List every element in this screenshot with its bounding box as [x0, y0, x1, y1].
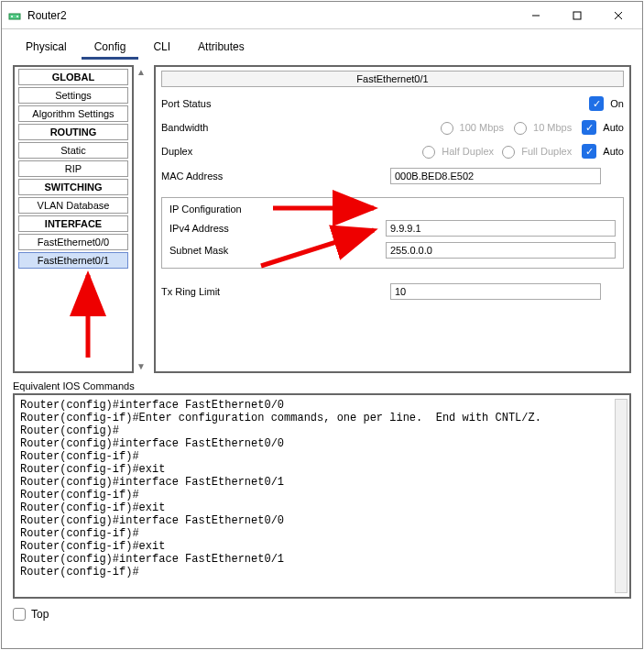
duplex-full-radio[interactable] — [502, 146, 515, 159]
detail-panel: FastEthernet0/1 Port Status ✓ On Bandwid… — [154, 65, 631, 373]
titlebar: Router2 — [2, 2, 642, 29]
bandwidth-100-label: 100 Mbps — [460, 122, 504, 133]
console-scrollbar[interactable] — [615, 399, 628, 593]
port-status-label: Port Status — [161, 98, 271, 109]
sidebar-scroll: ▲ ▼ — [134, 65, 148, 373]
svg-point-1 — [11, 16, 13, 17]
sidebar-item-rip[interactable]: RIP — [18, 160, 128, 177]
config-area: GLOBAL Settings Algorithm Settings ROUTI… — [13, 65, 631, 373]
duplex-label: Duplex — [161, 146, 271, 157]
subnet-mask-input[interactable] — [386, 242, 616, 259]
window-title: Router2 — [27, 9, 515, 22]
bandwidth-label: Bandwidth — [161, 122, 271, 133]
tx-ring-limit-label: Tx Ring Limit — [161, 286, 271, 297]
sidebar-item-vlan-db[interactable]: VLAN Database — [18, 197, 128, 214]
duplex-auto-checkbox[interactable]: ✓ — [582, 144, 596, 159]
svg-point-2 — [16, 16, 18, 17]
console-text: Router(config)#interface FastEthernet0/0… — [20, 399, 541, 578]
window-minimize-button[interactable] — [515, 3, 556, 28]
svg-rect-4 — [573, 12, 581, 19]
scroll-up-icon[interactable]: ▲ — [136, 67, 146, 77]
close-icon — [613, 10, 624, 21]
duplex-half-label: Half Duplex — [442, 146, 494, 157]
sidebar-item-fe01[interactable]: FastEthernet0/1 — [18, 252, 128, 269]
mac-address-label: MAC Address — [161, 171, 271, 182]
svg-rect-0 — [9, 14, 20, 19]
window-close-button[interactable] — [597, 3, 639, 28]
port-status-value: On — [610, 98, 624, 109]
bandwidth-auto-label: Auto — [603, 122, 624, 133]
maximize-icon — [572, 10, 583, 21]
sidebar-item-settings[interactable]: Settings — [18, 87, 128, 104]
footer: Top — [5, 604, 639, 628]
tab-physical[interactable]: Physical — [13, 37, 80, 60]
bandwidth-100-radio[interactable] — [441, 122, 453, 135]
ios-console[interactable]: Router(config)#interface FastEthernet0/0… — [13, 393, 631, 599]
duplex-auto-label: Auto — [603, 146, 624, 157]
detail-title: FastEthernet0/1 — [161, 71, 624, 87]
ip-configuration-group: IP Configuration IPv4 Address Subnet Mas… — [161, 197, 624, 269]
bandwidth-10-label: 10 Mbps — [533, 122, 572, 133]
sidebar: GLOBAL Settings Algorithm Settings ROUTI… — [13, 65, 134, 373]
ipv4-address-input[interactable] — [386, 220, 616, 237]
tab-config[interactable]: Config — [82, 37, 139, 60]
ip-configuration-label: IP Configuration — [169, 204, 616, 215]
tab-cli[interactable]: CLI — [140, 37, 183, 60]
sidebar-item-fe00[interactable]: FastEthernet0/0 — [18, 234, 128, 250]
tabs-row: Physical Config CLI Attributes — [5, 33, 639, 60]
sidebar-group-global[interactable]: GLOBAL — [18, 69, 128, 85]
top-checkbox[interactable] — [13, 608, 26, 621]
window-maximize-button[interactable] — [556, 3, 597, 28]
ipv4-address-label: IPv4 Address — [169, 223, 261, 234]
app-icon — [7, 8, 22, 23]
sidebar-item-static[interactable]: Static — [18, 142, 128, 159]
ios-commands-label: Equivalent IOS Commands — [13, 380, 631, 391]
tx-ring-limit-input[interactable] — [390, 283, 601, 300]
sidebar-group-routing[interactable]: ROUTING — [18, 124, 128, 140]
sidebar-group-interface[interactable]: INTERFACE — [18, 215, 128, 232]
duplex-full-label: Full Duplex — [521, 146, 572, 157]
port-status-checkbox[interactable]: ✓ — [589, 96, 604, 111]
bandwidth-10-radio[interactable] — [514, 122, 527, 135]
sidebar-group-switching[interactable]: SWITCHING — [18, 179, 128, 195]
scroll-down-icon[interactable]: ▼ — [136, 361, 146, 371]
app-window: Router2 Physical Config CLI Attributes G… — [1, 1, 643, 649]
mac-address-input[interactable] — [390, 168, 601, 184]
minimize-icon — [530, 10, 541, 21]
duplex-half-radio[interactable] — [422, 146, 435, 159]
sidebar-item-algorithm-settings[interactable]: Algorithm Settings — [18, 105, 128, 122]
bandwidth-auto-checkbox[interactable]: ✓ — [582, 120, 596, 135]
window-body: Physical Config CLI Attributes GLOBAL Se… — [2, 29, 642, 648]
top-label: Top — [31, 608, 49, 621]
subnet-mask-label: Subnet Mask — [169, 245, 261, 256]
tab-attributes[interactable]: Attributes — [185, 37, 257, 60]
